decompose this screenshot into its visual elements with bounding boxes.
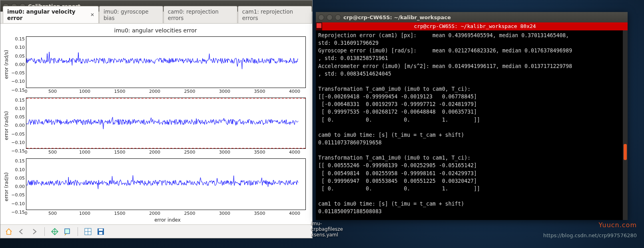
tab-gyroscope-bias[interactable]: imu0: gyroscope bias	[99, 6, 163, 23]
subplot-1: error (rad/s) 0.150.100.050.00−0.05−0.10…	[3, 34, 308, 95]
watermark-url: https://blog.csdn.net/crp997576280	[543, 232, 637, 238]
desktop-file-label: imu- crpbagfilesze xsens.yaml	[311, 221, 343, 238]
pan-icon[interactable]	[50, 227, 59, 236]
tab-angular-velocity-error[interactable]: imu0: angular velocity error ✕	[3, 6, 99, 23]
ylabel: error (rad/s)	[3, 34, 10, 95]
split-icon[interactable]	[317, 23, 321, 28]
save-icon[interactable]	[96, 227, 105, 236]
watermark: Yuucn.com	[599, 221, 637, 229]
terminal-title: crp@crp-CW65S: ~/kalibr_workspace	[343, 14, 451, 20]
xlabel: error index	[3, 217, 308, 223]
subplot-2: error (rad/s) 0.150.100.050.00−0.05−0.10…	[3, 95, 308, 156]
maximize-icon[interactable]	[335, 14, 341, 20]
matplotlib-toolbar	[0, 224, 312, 238]
svg-rect-2	[65, 229, 70, 234]
terminal-output[interactable]: Reprojection error (cam1) [px]: mean 0.4…	[316, 30, 623, 220]
calibration-report-window: Calibration report imu0: angular velocit…	[0, 0, 313, 238]
terminal-scrollbar[interactable]	[623, 30, 628, 220]
plot-title: imu0: angular velocities error	[3, 26, 308, 34]
plot-area: imu0: angular velocities error error (ra…	[0, 24, 312, 224]
terminal-window: crp@crp-CW65S: ~/kalibr_workspace crp@cr…	[316, 12, 628, 220]
terminator-sidebar[interactable]	[316, 22, 322, 30]
close-icon[interactable]	[318, 14, 324, 20]
tab-cam0-reprojection[interactable]: cam0: reprojection errors	[163, 6, 237, 23]
close-tab-icon[interactable]: ✕	[90, 12, 94, 18]
subplots-icon[interactable]	[84, 227, 92, 236]
forward-icon[interactable]	[30, 227, 39, 236]
svg-rect-8	[99, 232, 102, 234]
svg-rect-7	[99, 229, 103, 231]
xticks: 05001000150020002500300035004000	[26, 89, 306, 95]
yticks: 0.150.100.050.00−0.05−0.10−0.15	[10, 34, 26, 95]
home-icon[interactable]	[4, 227, 13, 236]
plot-tabs: imu0: angular velocity error ✕ imu0: gyr…	[0, 12, 312, 24]
line-chart-icon	[26, 37, 305, 88]
zoom-icon[interactable]	[63, 227, 72, 236]
tab-cam1-reprojection[interactable]: cam1: reprojection errors	[238, 6, 312, 23]
minimize-icon[interactable]	[327, 14, 333, 20]
right-titlebar[interactable]: crp@crp-CW65S: ~/kalibr_workspace	[316, 12, 628, 22]
back-icon[interactable]	[17, 227, 26, 236]
terminal-tabline[interactable]: crp@crp-CW65S: ~/kalibr_workspace 80x24	[322, 22, 628, 30]
subplot-3: error (rad/s) 0.150.100.050.00−0.05−0.10…	[3, 156, 308, 217]
